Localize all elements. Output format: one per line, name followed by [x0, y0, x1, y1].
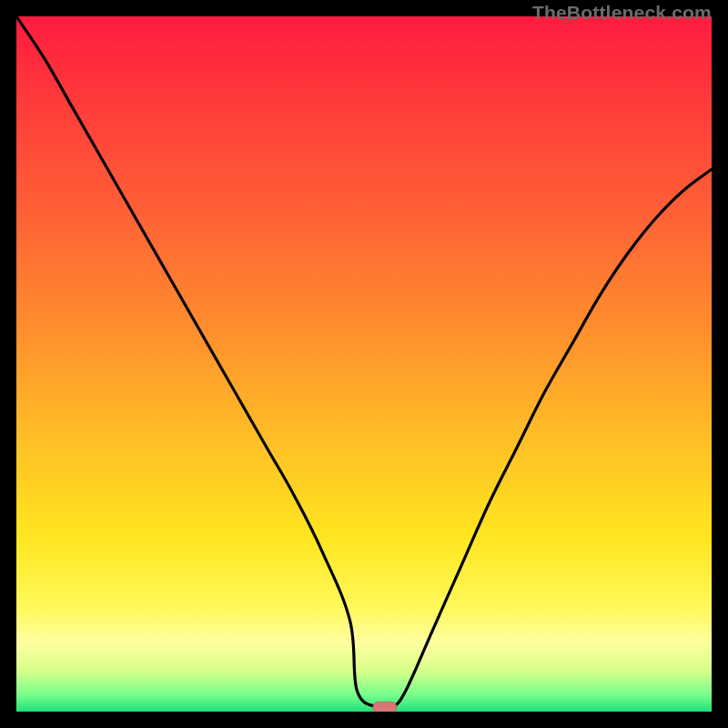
optimal-marker	[373, 702, 397, 712]
chart-frame: TheBottleneck.com	[0, 0, 728, 728]
gradient-background	[16, 16, 712, 712]
chart-plot-area	[16, 16, 712, 712]
watermark-label: TheBottleneck.com	[532, 2, 712, 24]
chart-svg	[16, 16, 712, 712]
